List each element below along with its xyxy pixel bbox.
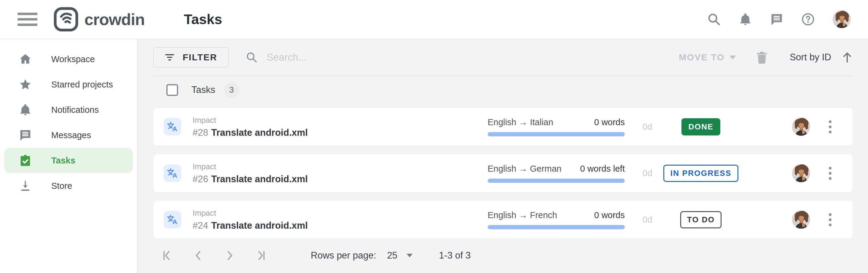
assignee-avatar[interactable] [792, 118, 810, 136]
task-title-text: Translate android.xml [211, 220, 308, 231]
svg-text:A: A [173, 218, 177, 226]
first-page-icon[interactable] [161, 249, 175, 262]
search-icon[interactable] [707, 12, 721, 26]
task-title-text: Translate android.xml [211, 174, 308, 184]
task-row[interactable]: A Impact #28Translate android.xml Englis… [153, 107, 853, 146]
status-cell: DONE [670, 118, 732, 135]
rows-per-page-label: Rows per page: [311, 250, 376, 261]
crowdin-app: crowdin Tasks Workspace Starred projects… [0, 0, 868, 273]
help-icon[interactable] [801, 12, 815, 26]
crowdin-logo[interactable]: crowdin [53, 6, 145, 32]
task-list: A Impact #28Translate android.xml Englis… [138, 104, 868, 239]
tasks-count-badge: 3 [224, 82, 239, 98]
rows-per-page-select[interactable]: 25 [387, 250, 412, 261]
crowdin-logo-icon [53, 6, 79, 32]
sidebar-item-store[interactable]: Store [4, 173, 133, 198]
task-title: #24Translate android.xml [193, 220, 308, 231]
duration-label: 0d [625, 215, 670, 225]
move-to-label: MOVE TO [679, 52, 724, 62]
language-pair: English → German [488, 164, 561, 174]
sidebar-item-label: Messages [51, 130, 91, 140]
next-page-icon[interactable] [223, 249, 236, 262]
svg-text:A: A [173, 125, 177, 133]
sidebar-item-workspace[interactable]: Workspace [4, 47, 133, 72]
star-icon [19, 78, 32, 91]
sort-label: Sort by ID [789, 52, 831, 63]
chevron-down-icon [407, 254, 412, 257]
words-label: 0 words [594, 117, 625, 127]
task-text: Impact #24Translate android.xml [193, 209, 308, 231]
search-icon [246, 51, 258, 63]
delete-trash-icon[interactable] [756, 51, 768, 64]
svg-text:A: A [173, 172, 177, 179]
user-avatar[interactable] [832, 10, 851, 29]
translate-task-icon: A [164, 164, 181, 182]
language-cell: English → French 0 words [488, 210, 625, 229]
sidebar-item-label: Notifications [51, 105, 99, 115]
assignee-avatar[interactable] [792, 211, 810, 229]
task-id: #26 [193, 174, 208, 184]
sidebar-item-tasks[interactable]: Tasks [4, 148, 133, 173]
duration-label: 0d [625, 122, 670, 132]
select-all-row: Tasks 3 [138, 76, 868, 104]
task-project: Impact [193, 209, 308, 218]
task-row[interactable]: A Impact #24Translate android.xml Englis… [153, 200, 853, 239]
sidebar-item-notifications[interactable]: Notifications [4, 97, 133, 122]
filter-button[interactable]: FILTER [153, 47, 229, 67]
assignee-avatar[interactable] [792, 164, 810, 182]
last-page-icon[interactable] [253, 249, 267, 262]
row-menu-kebab-icon[interactable] [824, 165, 836, 182]
message-icon [19, 129, 32, 142]
chevron-down-icon [730, 55, 736, 59]
task-cell: A Impact #26Translate android.xml [164, 162, 488, 185]
sidebar-item-label: Tasks [51, 156, 75, 166]
task-text: Impact #28Translate android.xml [193, 115, 308, 138]
filter-button-label: FILTER [183, 52, 217, 62]
task-row[interactable]: A Impact #26Translate android.xml Englis… [153, 154, 853, 192]
search-bar [246, 51, 679, 63]
search-input[interactable] [267, 52, 447, 63]
crowdin-logo-text: crowdin [84, 10, 145, 29]
hamburger-menu-icon[interactable] [18, 13, 37, 26]
rows-per-page-value: 25 [387, 250, 397, 261]
task-title: #28Translate android.xml [193, 127, 308, 138]
sidebar-item-label: Store [51, 181, 72, 191]
header-actions [707, 10, 851, 29]
sidebar-item-label: Workspace [51, 54, 95, 64]
messages-icon[interactable] [770, 12, 784, 26]
status-badge: DONE [681, 118, 720, 135]
task-title-text: Translate android.xml [211, 127, 308, 138]
translate-task-icon: A [164, 118, 181, 135]
task-id: #28 [193, 127, 208, 138]
page-title: Tasks [184, 11, 222, 27]
sidebar-item-messages[interactable]: Messages [4, 122, 133, 148]
task-project: Impact [193, 162, 308, 171]
row-menu-kebab-icon[interactable] [824, 212, 836, 228]
tasks-clipboard-icon [19, 154, 32, 167]
sidebar-item-starred-projects[interactable]: Starred projects [4, 72, 133, 97]
move-to-dropdown[interactable]: MOVE TO [679, 52, 736, 62]
language-cell: English → Italian 0 words [488, 117, 625, 136]
select-all-checkbox[interactable] [166, 84, 178, 96]
select-all-label: Tasks [191, 84, 215, 95]
language-pair: English → Italian [488, 117, 553, 127]
task-text: Impact #26Translate android.xml [193, 162, 308, 185]
sort-control[interactable]: Sort by ID [789, 51, 853, 63]
task-cell: A Impact #24Translate android.xml [164, 209, 488, 231]
status-cell: TO DO [670, 211, 732, 228]
task-id: #24 [193, 220, 208, 231]
row-menu-kebab-icon[interactable] [824, 118, 836, 135]
translate-task-icon: A [164, 211, 181, 228]
assignee-cell [792, 118, 810, 136]
home-icon [19, 53, 32, 66]
sort-direction-arrow-icon [841, 51, 853, 63]
download-icon [19, 179, 32, 192]
previous-page-icon[interactable] [192, 249, 205, 262]
status-cell: IN PROGRESS [670, 165, 732, 182]
status-badge: IN PROGRESS [663, 165, 738, 182]
language-cell: English → German 0 words left [488, 164, 625, 183]
words-label: 0 words [594, 210, 625, 220]
notifications-bell-icon[interactable] [738, 12, 752, 26]
progress-bar [488, 179, 625, 183]
filter-icon [164, 53, 175, 62]
